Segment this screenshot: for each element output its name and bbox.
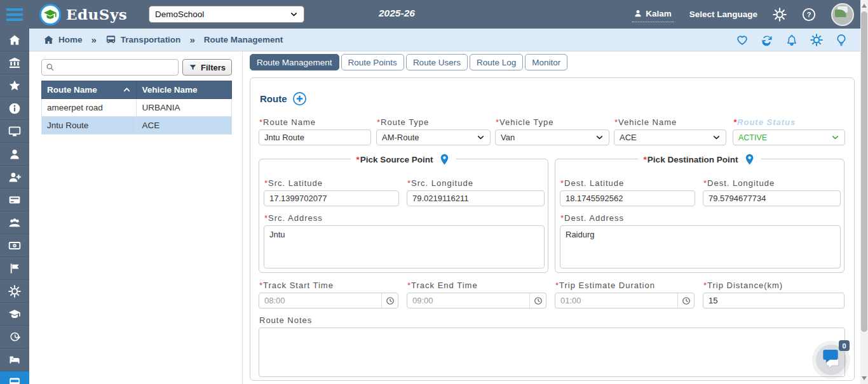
vehicle-type-select[interactable]: Van	[495, 129, 609, 145]
breadcrumb-separator: »	[189, 34, 194, 45]
table-cell[interactable]: ameerpet road	[42, 99, 137, 117]
sidebar-item-transportation[interactable]	[0, 371, 29, 384]
src-latitude-label: *Src. Latitude	[264, 178, 323, 188]
sidebar-item-hostel[interactable]	[0, 348, 29, 371]
breadcrumb-item-transportation[interactable]: Transportation	[105, 34, 181, 45]
school-selector-value: DemoSchool	[155, 10, 204, 19]
table-row[interactable]: Jntu RouteACE	[42, 117, 232, 135]
pick-source-fieldset: *Pick Source Point *Src. Latitude *Src. …	[259, 159, 548, 273]
bank-icon	[8, 56, 21, 69]
track-end-input[interactable]	[407, 293, 529, 308]
school-selector[interactable]: DemoSchool	[149, 6, 304, 23]
route-search-input[interactable]	[58, 63, 174, 72]
sidebar-item-admissions[interactable]	[0, 166, 29, 189]
dest-longitude-input[interactable]	[703, 190, 841, 206]
column-header-route-name[interactable]: Route Name	[42, 81, 137, 99]
home-icon	[8, 34, 21, 46]
clock-icon[interactable]	[381, 293, 398, 308]
route-type-label: *Route Type	[377, 117, 429, 127]
academic-year: 2025-26	[379, 8, 415, 19]
sidebar-item-student[interactable]	[0, 143, 29, 166]
sidebar-item-fees[interactable]: 1	[0, 234, 29, 257]
settings-action-gear-icon[interactable]	[810, 34, 823, 46]
src-address-textarea[interactable]: Jntu	[264, 225, 545, 268]
tab-route-points[interactable]: Route Points	[341, 54, 404, 70]
table-row[interactable]: ameerpet roadURBANIA	[42, 99, 232, 117]
bus-icon	[105, 34, 116, 45]
sidebar-item-history[interactable]	[0, 326, 29, 348]
src-latitude-input[interactable]	[264, 190, 399, 206]
help-icon[interactable]: ?	[802, 8, 816, 22]
sidebar-item-home[interactable]	[0, 29, 29, 51]
breadcrumb-item-home[interactable]: Home	[43, 34, 83, 45]
notifications-action-bell-icon[interactable]	[785, 34, 798, 46]
track-start-field	[259, 293, 398, 308]
filters-label: Filters	[201, 63, 226, 72]
dest-address-label: *Dest. Address	[560, 213, 624, 223]
history-icon	[8, 331, 21, 343]
sidebar-item-favorites[interactable]	[0, 74, 29, 97]
trip-distance-input[interactable]	[703, 293, 844, 308]
route-name-input[interactable]	[259, 129, 371, 145]
add-route-button[interactable]	[292, 91, 307, 106]
routes-table: Route NameVehicle Name ameerpet roadURBA…	[41, 81, 232, 135]
track-start-input[interactable]	[259, 293, 381, 308]
refresh-action-sync-icon[interactable]	[761, 34, 773, 46]
scrollbar-thumb[interactable]	[861, 11, 867, 332]
scroll-up-arrow[interactable]	[860, 1, 868, 10]
table-cell[interactable]: Jntu Route	[42, 117, 137, 135]
comment-icon	[820, 347, 841, 365]
menu-toggle-icon[interactable]	[0, 0, 29, 29]
bed-icon	[8, 354, 21, 366]
select-language-link[interactable]: Select Language	[689, 10, 757, 19]
route-type-select[interactable]: AM-Route	[376, 129, 491, 145]
column-header-vehicle-name[interactable]: Vehicle Name	[137, 81, 232, 99]
tab-route-users[interactable]: Route Users	[406, 54, 468, 70]
clock-icon[interactable]	[677, 293, 694, 308]
tab-route-management[interactable]: Route Management	[250, 54, 339, 70]
filters-button[interactable]: Filters	[182, 59, 232, 76]
app-logo[interactable]: EduSys	[39, 4, 127, 25]
user-icon	[634, 9, 642, 18]
clock-icon[interactable]	[529, 293, 546, 308]
trip-duration-input[interactable]	[555, 293, 677, 308]
svg-text:1: 1	[13, 243, 15, 247]
sidebar-item-settings[interactable]	[0, 280, 29, 303]
sidebar-item-reports[interactable]	[0, 257, 29, 280]
vehicle-name-select[interactable]: ACE	[614, 129, 726, 145]
user-plus-icon	[8, 171, 21, 183]
sidebar-item-cards[interactable]	[0, 189, 29, 211]
section-title: Route	[260, 91, 307, 106]
settings-gear-icon[interactable]	[773, 8, 787, 22]
dest-address-textarea[interactable]: Raidurg	[560, 225, 841, 268]
route-form-card: Route *Route Name *Route Type *Vehicle T…	[250, 77, 855, 381]
table-cell[interactable]: URBANIA	[137, 99, 232, 117]
tab-monitor[interactable]: Monitor	[525, 54, 567, 70]
tips-action-bulb-icon[interactable]	[835, 34, 848, 46]
sidebar-item-info[interactable]	[0, 97, 29, 120]
sidebar-item-monitor[interactable]	[0, 120, 29, 143]
vertical-scrollbar[interactable]	[860, 0, 868, 384]
sidebar-item-academics[interactable]	[0, 303, 29, 326]
user-menu[interactable]: Kalam	[632, 7, 674, 22]
tab-route-log[interactable]: Route Log	[470, 54, 523, 70]
map-pin-icon[interactable]	[743, 153, 756, 166]
route-name-label: *Route Name	[259, 117, 316, 127]
table-cell[interactable]: ACE	[137, 117, 232, 135]
chevron-down-icon	[712, 133, 721, 142]
chevron-down-icon	[290, 10, 298, 18]
chat-widget[interactable]: 0	[811, 340, 851, 380]
favorites-action-heart-icon[interactable]	[736, 34, 749, 46]
users-icon	[8, 216, 21, 229]
profile-avatar[interactable]	[831, 3, 854, 26]
map-pin-icon[interactable]	[438, 153, 451, 166]
scroll-down-arrow[interactable]	[860, 374, 868, 383]
dest-latitude-input[interactable]	[560, 190, 695, 206]
route-status-select[interactable]: ACTIVE	[733, 129, 845, 145]
flag-icon	[8, 262, 21, 275]
logo-grad-cap-icon	[39, 4, 61, 25]
sidebar-item-institution[interactable]	[0, 51, 29, 74]
src-longitude-input[interactable]	[407, 190, 545, 206]
route-notes-textarea[interactable]	[259, 328, 845, 377]
sidebar-item-staff[interactable]	[0, 211, 29, 234]
